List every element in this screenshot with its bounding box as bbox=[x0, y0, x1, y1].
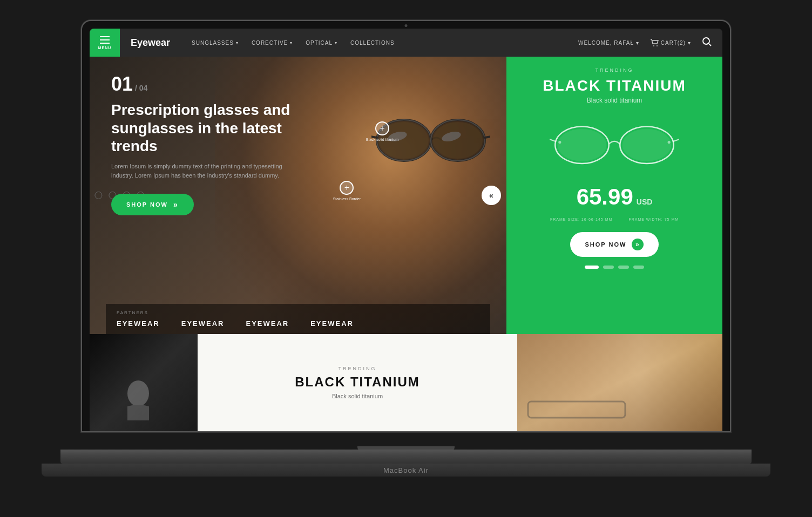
prev-arrow-button[interactable]: « bbox=[482, 186, 501, 205]
laptop-screen: MENU Eyewear SUNGLASSES ▾ CORECTIVE ▾ O bbox=[82, 21, 730, 431]
product-shop-button[interactable]: SHOP NOW » bbox=[570, 232, 659, 257]
chevron-down-icon: ▾ bbox=[636, 40, 639, 46]
bottom-product-info: TRENDING BLACK TITANIUM Black solid tita… bbox=[198, 334, 517, 431]
frame-specs: FRAME SIZE: 16-66-145 MM FRAME WIDTH: 75… bbox=[550, 217, 679, 221]
double-chevron-left-icon: « bbox=[489, 191, 493, 200]
search-button[interactable] bbox=[702, 37, 712, 49]
product-price-area: 65.99 USD bbox=[577, 184, 653, 210]
svg-line-6 bbox=[709, 44, 711, 46]
slide-total: / 04 bbox=[135, 84, 147, 92]
cart-icon bbox=[650, 39, 659, 46]
chevron-down-icon: ▾ bbox=[236, 40, 239, 45]
svg-point-4 bbox=[657, 45, 658, 46]
welcome-text[interactable]: WELCOME, RAFAŁ ▾ bbox=[578, 40, 639, 46]
bottom-trending-label: TRENDING bbox=[339, 366, 377, 371]
dot-2[interactable] bbox=[603, 266, 614, 269]
hero-shop-now-button[interactable]: SHOP NOW » bbox=[111, 194, 194, 215]
bottom-product-subtitle: Black solid titanium bbox=[332, 393, 383, 399]
product-price: 65.99 bbox=[577, 184, 633, 210]
svg-point-20 bbox=[622, 129, 672, 161]
menu-button[interactable]: MENU bbox=[90, 29, 120, 57]
partner-3: EYEWEAR bbox=[246, 319, 289, 328]
bottom-product-title: BLACK TITANIUM bbox=[295, 375, 420, 390]
frame-width-label: FRAME WIDTH: 75 MM bbox=[628, 217, 679, 221]
nav-collections[interactable]: COLLECTIONS bbox=[350, 40, 395, 46]
svg-point-24 bbox=[668, 141, 671, 144]
svg-line-22 bbox=[674, 139, 679, 141]
partner-4: EYEWEAR bbox=[310, 319, 354, 328]
main-content: SHARE US 01 / 04 Prescription glasses an… bbox=[90, 57, 722, 334]
cart-button[interactable]: CART(2) ▾ bbox=[650, 39, 691, 46]
hero-description: Lorem Ipsum is simply dummy text of the … bbox=[111, 162, 295, 181]
search-icon bbox=[702, 37, 712, 46]
carousel-dots bbox=[585, 266, 644, 269]
social-instagram[interactable] bbox=[94, 192, 102, 199]
hero-panel: SHARE US 01 / 04 Prescription glasses an… bbox=[90, 57, 506, 334]
nav-sunglasses[interactable]: SUNGLASSES ▾ bbox=[192, 40, 239, 46]
frame-size-label: FRAME SIZE: 16-66-145 MM bbox=[550, 217, 612, 221]
hotspot-circle-icon-2: + bbox=[340, 181, 354, 195]
hotspot-stainless[interactable]: + Stainless Border bbox=[333, 181, 361, 201]
product-currency: USD bbox=[637, 198, 653, 206]
hotspot-label-2: Stainless Border bbox=[333, 197, 361, 201]
laptop-base bbox=[60, 450, 752, 464]
svg-rect-2 bbox=[100, 43, 110, 44]
hero-text-area: 01 / 04 Prescription glasses and sunglas… bbox=[111, 73, 316, 215]
svg-line-21 bbox=[550, 139, 555, 141]
slide-counter: 01 / 04 bbox=[111, 73, 316, 96]
partner-1: EYEWEAR bbox=[117, 319, 160, 328]
product-glasses-image bbox=[550, 117, 679, 171]
webcam-dot bbox=[405, 24, 408, 27]
hero-heading: Prescription glasses and sunglasses in t… bbox=[111, 101, 316, 155]
product-subtitle: Black solid titanium bbox=[587, 97, 642, 104]
brand-name: Eyewear bbox=[131, 37, 170, 49]
nav-links: SUNGLASSES ▾ CORECTIVE ▾ OPTICAL ▾ COLLE… bbox=[192, 40, 395, 46]
partners-label: PARTNERS bbox=[117, 310, 479, 315]
laptop-brand-label: MacBook Air bbox=[383, 466, 429, 474]
screen-inner: MENU Eyewear SUNGLASSES ▾ CORECTIVE ▾ O bbox=[90, 29, 722, 431]
hotspot-circle-icon: + bbox=[375, 121, 389, 135]
dot-1[interactable] bbox=[585, 266, 599, 269]
chevron-down-icon: ▾ bbox=[688, 40, 691, 46]
hotspot-black-solid[interactable]: + Black solid titanium bbox=[366, 121, 398, 141]
svg-line-16 bbox=[485, 135, 490, 138]
svg-point-3 bbox=[653, 45, 654, 46]
product-trending-label: TRENDING bbox=[596, 67, 634, 73]
nav-corective[interactable]: CORECTIVE ▾ bbox=[252, 40, 293, 46]
arrow-right-icon-product: » bbox=[632, 239, 644, 250]
product-title: BLACK TITANIUM bbox=[543, 77, 686, 94]
svg-point-12 bbox=[433, 122, 483, 159]
spec-frame-size: FRAME SIZE: 16-66-145 MM bbox=[550, 217, 612, 221]
svg-rect-26 bbox=[528, 402, 625, 418]
partners-list: EYEWEAR EYEWEAR EYEWEAR EYEWEAR bbox=[117, 319, 479, 328]
svg-point-18 bbox=[558, 129, 607, 161]
glasses-closeup-icon bbox=[523, 393, 631, 426]
arrow-right-icon: » bbox=[173, 200, 179, 209]
svg-rect-0 bbox=[100, 36, 110, 37]
hotspot-label-1: Black solid titanium bbox=[366, 138, 398, 141]
chevron-down-icon: ▾ bbox=[335, 40, 337, 45]
product-panel: TRENDING BLACK TITANIUM Black solid tita… bbox=[506, 57, 722, 334]
man-car-silhouette bbox=[106, 377, 171, 420]
dot-4[interactable] bbox=[633, 266, 644, 269]
nav-optical[interactable]: OPTICAL ▾ bbox=[306, 40, 337, 46]
nav-right: WELCOME, RAFAŁ ▾ CART(2) ▾ bbox=[578, 37, 712, 49]
svg-point-5 bbox=[703, 38, 709, 44]
navbar: MENU Eyewear SUNGLASSES ▾ CORECTIVE ▾ O bbox=[90, 29, 722, 57]
svg-point-23 bbox=[558, 141, 561, 144]
dot-3[interactable] bbox=[618, 266, 629, 269]
bottom-eye-image bbox=[517, 334, 722, 431]
bottom-section: TRENDING BLACK TITANIUM Black solid tita… bbox=[90, 334, 722, 431]
svg-rect-1 bbox=[100, 39, 110, 40]
menu-label: MENU bbox=[98, 46, 112, 50]
spec-frame-width: FRAME WIDTH: 75 MM bbox=[628, 217, 679, 221]
chevron-down-icon: ▾ bbox=[290, 40, 293, 45]
partners-bar: PARTNERS EYEWEAR EYEWEAR EYEWEAR EYEWEAR bbox=[106, 304, 490, 334]
partner-2: EYEWEAR bbox=[181, 319, 225, 328]
bottom-left-image bbox=[90, 334, 198, 431]
svg-point-25 bbox=[127, 380, 149, 406]
